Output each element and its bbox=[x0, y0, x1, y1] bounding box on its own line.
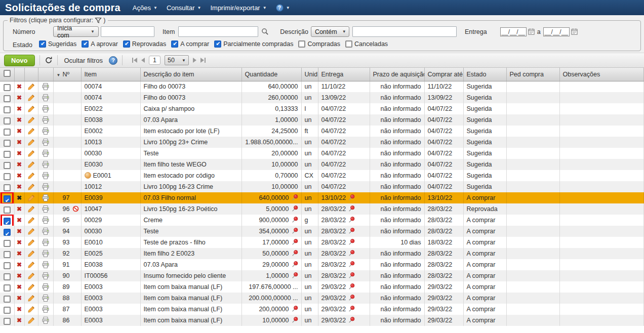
estado-option[interactable]: Reprovadas bbox=[123, 40, 166, 48]
header-estado[interactable]: Estado bbox=[463, 68, 506, 81]
table-row[interactable]: ✖E0002Item estocado por lote (LF)24,2500… bbox=[0, 126, 644, 137]
row-checkbox[interactable] bbox=[4, 95, 11, 102]
edit-pencil-icon[interactable] bbox=[27, 306, 35, 313]
new-button[interactable]: Novo bbox=[4, 55, 35, 66]
edit-pencil-icon[interactable] bbox=[27, 228, 35, 235]
row-edit-cell[interactable] bbox=[24, 148, 38, 159]
edit-pencil-icon[interactable] bbox=[27, 205, 35, 213]
delete-x-icon[interactable]: ✖ bbox=[14, 226, 24, 237]
print-icon[interactable] bbox=[42, 294, 50, 302]
row-checkbox[interactable] bbox=[4, 140, 11, 147]
print-icon[interactable] bbox=[42, 272, 50, 280]
table-row[interactable]: ✖93E0010Teste de prazos - filho17,00000u… bbox=[0, 237, 644, 248]
estado-checkbox[interactable] bbox=[214, 40, 221, 48]
row-edit-cell[interactable] bbox=[24, 81, 38, 92]
edit-pencil-icon[interactable] bbox=[27, 295, 35, 302]
first-page-button[interactable] bbox=[132, 58, 137, 63]
row-checkbox[interactable] bbox=[4, 307, 11, 314]
row-edit-cell[interactable] bbox=[24, 114, 38, 126]
delete-x-icon[interactable]: ✖ bbox=[14, 248, 24, 259]
row-edit-cell[interactable] bbox=[24, 126, 38, 137]
row-print-cell[interactable] bbox=[38, 114, 53, 126]
last-page-button[interactable] bbox=[200, 58, 206, 63]
header-prazo[interactable]: Prazo de aquisição bbox=[370, 68, 424, 81]
row-print-cell[interactable] bbox=[38, 304, 53, 315]
delete-x-icon[interactable]: ✖ bbox=[14, 81, 24, 92]
edit-pencil-icon[interactable] bbox=[27, 139, 35, 146]
row-print-cell[interactable] bbox=[38, 170, 53, 181]
row-checkbox[interactable] bbox=[4, 106, 11, 113]
print-icon[interactable] bbox=[42, 238, 50, 246]
delete-x-icon[interactable]: ✖ bbox=[14, 315, 24, 326]
print-icon[interactable] bbox=[42, 183, 50, 191]
delete-x-icon[interactable]: ✖ bbox=[14, 203, 24, 215]
table-row[interactable]: ✖10013Livro 100pg 23+ Crime1.988.050,000… bbox=[0, 137, 644, 148]
print-icon[interactable] bbox=[42, 172, 50, 180]
table-row[interactable]: ✖87E0003Item com baixa manual (LF)200,00… bbox=[0, 304, 644, 315]
delete-x-icon[interactable]: ✖ bbox=[14, 293, 24, 304]
table-row[interactable]: ✖10012Livro 100pg 16-23 Crime10,00000un0… bbox=[0, 181, 644, 192]
row-edit-cell[interactable] bbox=[24, 281, 38, 293]
row-print-cell[interactable] bbox=[38, 92, 53, 103]
row-edit-cell[interactable] bbox=[24, 92, 38, 103]
filters-legend[interactable]: Filtros (clique para configurar: ) bbox=[8, 17, 108, 24]
numero-input[interactable] bbox=[101, 26, 154, 37]
estado-checkbox[interactable] bbox=[298, 40, 305, 48]
row-edit-cell[interactable] bbox=[24, 170, 38, 181]
table-row[interactable]: ✖9400030Teste354,00000un28/03/22não info… bbox=[0, 226, 644, 237]
row-print-cell[interactable] bbox=[38, 270, 53, 281]
print-icon[interactable] bbox=[42, 205, 50, 213]
edit-pencil-icon[interactable] bbox=[27, 283, 35, 291]
row-edit-cell[interactable] bbox=[24, 248, 38, 259]
row-print-cell[interactable] bbox=[38, 81, 53, 92]
row-print-cell[interactable] bbox=[38, 215, 53, 226]
delete-x-icon[interactable]: ✖ bbox=[14, 92, 24, 103]
delete-x-icon[interactable]: ✖ bbox=[14, 215, 24, 226]
table-row[interactable]: ✖00030Teste20,00000un04/07/22não informa… bbox=[0, 148, 644, 159]
row-print-cell[interactable] bbox=[38, 103, 53, 114]
delete-x-icon[interactable]: ✖ bbox=[14, 126, 24, 137]
delete-x-icon[interactable]: ✖ bbox=[14, 281, 24, 293]
row-print-cell[interactable] bbox=[38, 181, 53, 192]
row-print-cell[interactable] bbox=[38, 293, 53, 304]
help-icon[interactable]: ? bbox=[109, 56, 117, 65]
print-icon[interactable] bbox=[42, 216, 50, 224]
row-checkbox[interactable] bbox=[4, 129, 11, 136]
help-icon[interactable]: ? bbox=[276, 4, 284, 12]
table-row[interactable]: ✖91E003807.03 Apara29,00000un28/03/22não… bbox=[0, 259, 644, 270]
row-checkbox[interactable] bbox=[4, 184, 11, 191]
edit-pencil-icon[interactable] bbox=[27, 116, 35, 124]
delete-x-icon[interactable]: ✖ bbox=[14, 237, 24, 248]
print-icon[interactable] bbox=[42, 160, 50, 169]
delete-x-icon[interactable]: ✖ bbox=[14, 181, 24, 192]
row-edit-cell[interactable] bbox=[24, 203, 38, 215]
delete-x-icon[interactable]: ✖ bbox=[14, 148, 24, 159]
row-edit-cell[interactable] bbox=[24, 293, 38, 304]
edit-pencil-icon[interactable] bbox=[27, 217, 35, 224]
numero-operator-select[interactable]: Inicia com▼ bbox=[53, 26, 99, 37]
hide-filters-button[interactable]: Ocultar filtros bbox=[62, 55, 105, 66]
edit-pencil-icon[interactable] bbox=[27, 161, 35, 169]
table-row[interactable]: ✖89E0003Item com baixa manual (LF)197.67… bbox=[0, 281, 644, 293]
delete-x-icon[interactable]: ✖ bbox=[14, 159, 24, 170]
row-checkbox[interactable] bbox=[4, 84, 11, 91]
descricao-input[interactable] bbox=[352, 26, 457, 37]
edit-pencil-icon[interactable] bbox=[27, 261, 35, 269]
table-row[interactable]: ✖88E0003Item com baixa manual (LF)200.00… bbox=[0, 293, 644, 304]
edit-pencil-icon[interactable] bbox=[27, 250, 35, 258]
table-row[interactable]: ✖E0001Item estocado por código0,70000CX0… bbox=[0, 170, 644, 181]
row-print-cell[interactable] bbox=[38, 159, 53, 170]
edit-pencil-icon[interactable] bbox=[27, 194, 35, 202]
menu-help[interactable]: ?▼ bbox=[276, 4, 290, 12]
estado-option[interactable]: A comprar bbox=[171, 40, 209, 48]
row-edit-cell[interactable] bbox=[24, 192, 38, 203]
row-edit-cell[interactable] bbox=[24, 137, 38, 148]
table-row[interactable]: ✖E0022Caixa p/ shampoo0,13333l04/07/22nã… bbox=[0, 103, 644, 114]
estado-checkbox[interactable] bbox=[123, 40, 130, 48]
header-obs[interactable]: Observações bbox=[559, 68, 644, 81]
delete-x-icon[interactable]: ✖ bbox=[14, 270, 24, 281]
menu-consultar[interactable]: Consultar▼ bbox=[167, 4, 202, 12]
row-checkbox[interactable] bbox=[4, 218, 11, 225]
row-checkbox[interactable] bbox=[4, 206, 11, 214]
row-print-cell[interactable] bbox=[38, 203, 53, 215]
